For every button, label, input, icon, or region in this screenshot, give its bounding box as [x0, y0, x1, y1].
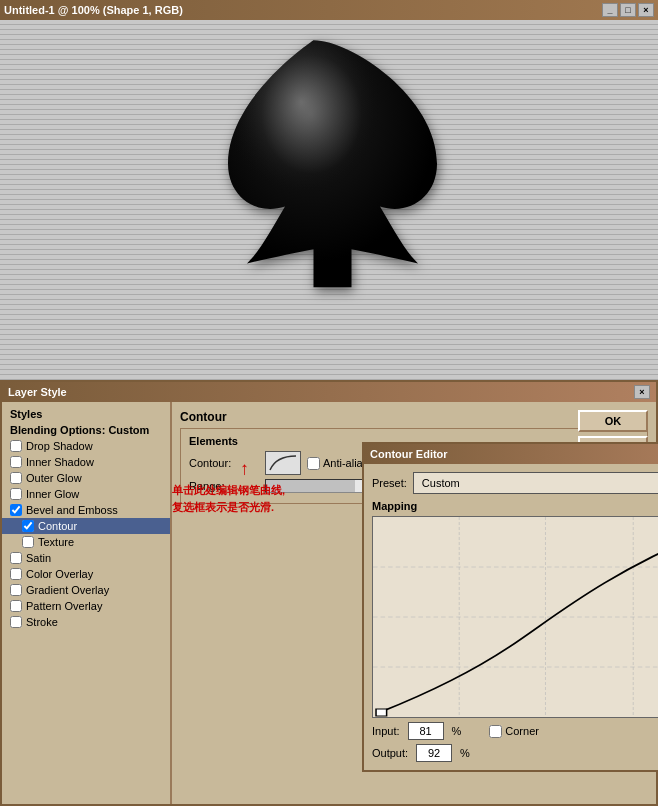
close-button[interactable]: × — [638, 3, 654, 17]
sidebar-bevel-emboss[interactable]: Bevel and Emboss — [2, 502, 170, 518]
annotation-arrow: ↓ — [240, 460, 249, 481]
input-value-field[interactable]: 81 — [408, 722, 444, 740]
satin-checkbox[interactable] — [10, 552, 22, 564]
panel-title-text: Layer Style — [8, 386, 67, 398]
sidebar-styles[interactable]: Styles — [2, 406, 170, 422]
mapping-curve — [373, 517, 658, 717]
mapping-canvas[interactable] — [372, 516, 658, 718]
sidebar-pattern-overlay[interactable]: Pattern Overlay — [2, 598, 170, 614]
main-title-bar: Untitled-1 @ 100% (Shape 1, RGB) _ □ × — [0, 0, 658, 20]
corner-label-container: Corner — [489, 725, 539, 738]
contour-editor-dialog: Contour Editor × Preset: Custom Mapping — [362, 442, 658, 772]
sidebar-texture[interactable]: Texture — [2, 534, 170, 550]
pattern-overlay-checkbox[interactable] — [10, 600, 22, 612]
left-sidebar: Styles Blending Options: Custom Drop Sha… — [2, 402, 172, 804]
preset-label: Preset: — [372, 477, 407, 489]
gradient-overlay-checkbox[interactable] — [10, 584, 22, 596]
sidebar-gradient-overlay[interactable]: Gradient Overlay — [2, 582, 170, 598]
contour-editor-title-bar: Contour Editor × — [364, 444, 658, 464]
maximize-button[interactable]: □ — [620, 3, 636, 17]
corner-checkbox[interactable] — [489, 725, 502, 738]
contour-editor-title: Contour Editor — [370, 448, 448, 460]
mapping-label: Mapping — [372, 500, 658, 512]
contour-preview-button[interactable] — [265, 451, 301, 475]
texture-checkbox[interactable] — [22, 536, 34, 548]
minimize-button[interactable]: _ — [602, 3, 618, 17]
contour-checkbox[interactable] — [22, 520, 34, 532]
anti-aliased-checkbox[interactable] — [307, 457, 320, 470]
sidebar-color-overlay[interactable]: Color Overlay — [2, 566, 170, 582]
outer-glow-checkbox[interactable] — [10, 472, 22, 484]
inner-glow-checkbox[interactable] — [10, 488, 22, 500]
sidebar-satin[interactable]: Satin — [2, 550, 170, 566]
title-bar-buttons: _ □ × — [602, 3, 654, 17]
sidebar-blending[interactable]: Blending Options: Custom — [2, 422, 170, 438]
output-label: Output: — [372, 747, 408, 759]
annotation-text: 单击此处编辑钢笔曲线, 复选框表示是否光滑. — [172, 482, 285, 515]
sidebar-stroke[interactable]: Stroke — [2, 614, 170, 630]
panel-close-button[interactable]: × — [634, 385, 650, 399]
svg-rect-6 — [376, 709, 387, 716]
corner-label: Corner — [505, 725, 539, 737]
preset-select[interactable]: Custom — [413, 472, 658, 494]
main-window-title: Untitled-1 @ 100% (Shape 1, RGB) — [4, 4, 183, 16]
canvas-area — [0, 20, 658, 380]
panel-content: Styles Blending Options: Custom Drop Sha… — [2, 402, 656, 804]
layer-style-panel: Layer Style × Styles Blending Options: C… — [0, 380, 658, 806]
output-fields: Output: 92 % — [372, 744, 658, 762]
panel-title-bar: Layer Style × — [2, 382, 656, 402]
inner-shadow-checkbox[interactable] — [10, 456, 22, 468]
input-unit: % — [452, 725, 462, 737]
ok-button[interactable]: OK — [578, 410, 648, 432]
contour-editor-content: Preset: Custom Mapping — [364, 464, 658, 770]
bottom-fields: Input: 81 % Corner — [372, 722, 658, 740]
spade-container — [219, 31, 439, 313]
sidebar-outer-glow[interactable]: Outer Glow — [2, 470, 170, 486]
output-value-field[interactable]: 92 — [416, 744, 452, 762]
color-overlay-checkbox[interactable] — [10, 568, 22, 580]
stroke-checkbox[interactable] — [10, 616, 22, 628]
contour-curve-icon — [268, 454, 298, 472]
sidebar-drop-shadow[interactable]: Drop Shadow — [2, 438, 170, 454]
output-unit: % — [460, 747, 470, 759]
sidebar-inner-shadow[interactable]: Inner Shadow — [2, 454, 170, 470]
preset-row: Preset: Custom — [372, 472, 658, 494]
bevel-emboss-checkbox[interactable] — [10, 504, 22, 516]
main-area: Contour Elements Contour: Anti-aliased — [172, 402, 656, 804]
drop-shadow-checkbox[interactable] — [10, 440, 22, 452]
input-label: Input: — [372, 725, 400, 737]
sidebar-contour[interactable]: Contour — [2, 518, 170, 534]
sidebar-inner-glow[interactable]: Inner Glow — [2, 486, 170, 502]
spade-shape — [219, 31, 439, 311]
